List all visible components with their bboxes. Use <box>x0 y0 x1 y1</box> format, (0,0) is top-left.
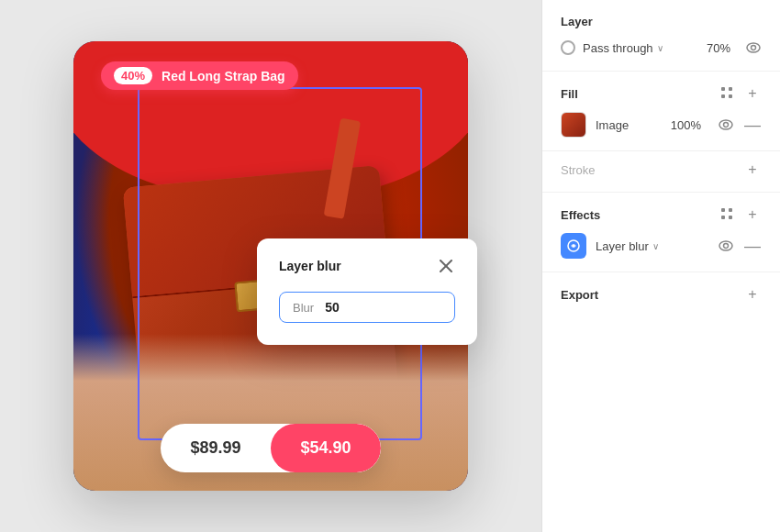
layer-opacity[interactable]: 70% <box>707 41 730 55</box>
add-effect-button[interactable]: + <box>743 205 762 224</box>
price-bar: $89.99 $54.90 <box>161 424 381 472</box>
effect-visibility-toggle[interactable] <box>718 238 734 254</box>
stroke-section-title: Stroke <box>561 163 596 177</box>
close-button[interactable] <box>437 257 455 275</box>
add-fill-button[interactable]: + <box>743 84 762 103</box>
export-section-title: Export <box>561 288 598 302</box>
remove-fill-button[interactable]: — <box>743 116 762 134</box>
blur-label: Blur <box>293 301 314 315</box>
egrid-dot-2 <box>729 208 732 212</box>
svg-point-5 <box>724 123 729 127</box>
fill-visibility-toggle[interactable] <box>718 116 734 133</box>
blur-input-row[interactable]: Blur 50 <box>279 292 455 323</box>
layer-mode-icon <box>561 40 575 55</box>
effects-section: Effects + Layer blur <box>542 192 780 272</box>
effects-section-title: Effects <box>561 208 600 222</box>
export-section: Export + <box>542 272 780 316</box>
right-panel: Layer Pass through ∨ 70% Fill <box>541 0 780 532</box>
fill-row: Image 100% — <box>542 112 780 150</box>
grid-dot-4 <box>729 94 732 98</box>
remove-effect-button[interactable]: — <box>743 237 762 255</box>
effects-section-actions: + <box>721 205 762 224</box>
canvas-area: 40% Red Long Strap Bag $89.99 $54.90 Lay… <box>0 0 541 532</box>
discount-badge: 40% Red Long Strap Bag <box>101 61 298 90</box>
egrid-dot-4 <box>729 216 732 219</box>
effects-section-header: Effects + <box>542 193 780 233</box>
grid-dot-2 <box>729 87 732 91</box>
blend-mode-selector[interactable]: Pass through ∨ <box>583 41 699 55</box>
effect-name-selector[interactable]: Layer blur ∨ <box>596 239 708 253</box>
grid-dot-3 <box>721 94 725 98</box>
blend-mode-arrow: ∨ <box>657 43 663 53</box>
fill-section: Fill + Image 100% — <box>542 72 780 150</box>
price-sale: $54.90 <box>271 424 381 472</box>
egrid-dot-1 <box>721 208 725 212</box>
fill-thumbnail[interactable] <box>561 112 586 138</box>
effect-row: Layer blur ∨ — <box>542 233 780 272</box>
add-stroke-button[interactable]: + <box>743 161 762 179</box>
price-original: $89.99 <box>161 424 271 472</box>
effect-name-label: Layer blur <box>596 239 649 253</box>
effects-grid-icon[interactable] <box>721 208 734 221</box>
fill-section-title: Fill <box>561 87 578 101</box>
product-name: Red Long Strap Bag <box>162 69 285 83</box>
egrid-dot-3 <box>721 216 725 219</box>
blur-value[interactable]: 50 <box>325 300 340 315</box>
blur-popup-header: Layer blur <box>279 257 455 275</box>
fill-name: Image <box>596 118 662 132</box>
fill-section-header: Fill + <box>542 72 780 112</box>
grid-dot-1 <box>721 87 725 91</box>
effect-type-icon <box>561 233 586 259</box>
svg-point-2 <box>747 43 760 52</box>
fill-section-actions: + <box>721 84 762 103</box>
svg-point-8 <box>719 241 732 250</box>
layer-section: Layer Pass through ∨ 70% <box>542 0 780 72</box>
svg-point-3 <box>752 46 756 50</box>
stroke-section: Stroke + <box>542 150 780 192</box>
blend-mode-label: Pass through <box>583 41 653 55</box>
effect-name-arrow: ∨ <box>652 241 659 251</box>
add-export-button[interactable]: + <box>743 285 762 304</box>
blur-popup-title: Layer blur <box>279 259 341 273</box>
fill-opacity[interactable]: 100% <box>671 118 701 132</box>
fill-grid-icon[interactable] <box>721 87 734 100</box>
svg-point-7 <box>573 245 575 248</box>
discount-percent: 40% <box>114 67 152 84</box>
layer-section-title: Layer <box>561 15 762 28</box>
layer-row: Pass through ∨ 70% <box>561 39 762 56</box>
layer-visibility-toggle[interactable] <box>745 39 762 56</box>
svg-point-4 <box>719 120 732 129</box>
svg-point-9 <box>724 244 729 249</box>
blur-popup: Layer blur Blur 50 <box>257 238 477 345</box>
